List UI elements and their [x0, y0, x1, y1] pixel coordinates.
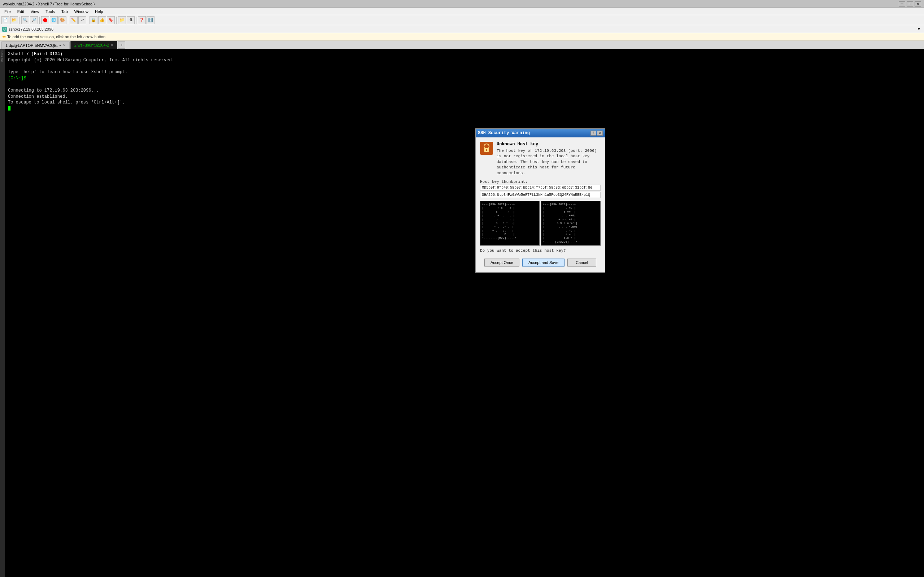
- toolbar-search[interactable]: 🔍: [21, 16, 29, 24]
- dialog-body: Unknown Host key The host key of 172.19.…: [476, 137, 605, 272]
- accept-and-save-button[interactable]: Accept and Save: [522, 259, 564, 266]
- toolbar-bookmark[interactable]: 🔖: [107, 16, 115, 24]
- menu-window[interactable]: Window: [71, 9, 91, 15]
- toolbar-new[interactable]: 📄: [2, 16, 10, 24]
- info-bar: ⬅ To add the current session, click on t…: [0, 33, 924, 40]
- title-bar-controls: ─ □ ✕: [899, 2, 921, 6]
- toolbar-sep3: [68, 16, 68, 24]
- menu-view[interactable]: View: [28, 9, 42, 15]
- dialog-header-text: Unknown Host key The host key of 172.19.…: [497, 142, 601, 176]
- dialog-heading: Unknown Host key: [497, 142, 601, 147]
- dialog-security-icon: [480, 142, 493, 155]
- toolbar-thumb-up[interactable]: 👍: [98, 16, 106, 24]
- toolbar-sep6: [136, 16, 136, 24]
- tab-bar: 1 djc@LAPTOP-5NMVACQE: ~ ✕ 2 wsl-ubuntu2…: [0, 40, 924, 49]
- menu-tools[interactable]: Tools: [43, 9, 58, 15]
- dialog-help-button[interactable]: ?: [591, 131, 596, 135]
- key-art-sha256: +---[RSA 3072]----+ | .+=E | | o == | | …: [541, 201, 601, 246]
- tab-2[interactable]: 2 wsl-ubuntu2204-2 ✕: [70, 41, 118, 49]
- dialog-titlebar: SSH Security Warning ? ✕: [476, 129, 605, 137]
- dialog-buttons: Accept Once Accept and Save Cancel: [480, 256, 601, 268]
- maximize-button[interactable]: □: [907, 2, 913, 6]
- window-title: wsl-ubuntu2204-2 - Xshell 7 (Free for Ho…: [3, 2, 95, 6]
- key-art-container: +---[RSA 3072]----+ | +.o o | | o . .+ |…: [480, 201, 601, 246]
- toolbar-open[interactable]: 📂: [10, 16, 18, 24]
- menu-file[interactable]: File: [2, 9, 14, 15]
- main-area: Sessions Xshell 7 (Build 0134) Copyright…: [0, 49, 924, 577]
- tab-1-label: 1 djc@LAPTOP-5NMVACQE: ~: [5, 43, 61, 48]
- toolbar-stop[interactable]: ⬤: [41, 16, 49, 24]
- title-bar: wsl-ubuntu2204-2 - Xshell 7 (Free for Ho…: [0, 0, 924, 8]
- toolbar: 📄 📂 🔍 🔎 ⬤ 🌐 🎨 ✏️ ⤢ 🔒 👍 🔖 📁 ⇅ ❓ ℹ️: [0, 15, 924, 25]
- toolbar-help[interactable]: ❓: [138, 16, 146, 24]
- tab-1-close[interactable]: ✕: [63, 43, 66, 47]
- toolbar-folder[interactable]: 📁: [118, 16, 126, 24]
- accept-once-button[interactable]: Accept Once: [485, 259, 519, 266]
- toolbar-sep1: [19, 16, 20, 24]
- toolbar-sep5: [116, 16, 116, 24]
- sidebar: Sessions: [0, 49, 5, 577]
- toolbar-sep4: [88, 16, 88, 24]
- md5-value: MD5:0f:9f:40:58:07:bb:14:f7:5f:58:3d:eb:…: [480, 185, 601, 191]
- terminal[interactable]: Xshell 7 (Build 0134) Copyright (c) 2020…: [5, 49, 924, 577]
- dialog-controls: ? ✕: [591, 131, 603, 135]
- ssh-security-dialog: SSH Security Warning ? ✕: [475, 128, 605, 272]
- toolbar-connect[interactable]: 🌐: [50, 16, 58, 24]
- menu-tab[interactable]: Tab: [58, 9, 71, 15]
- sidebar-sessions-label: Sessions: [0, 50, 3, 62]
- key-art-md5: +---[RSA 3072]----+ | +.o o | | o . .+ |…: [480, 201, 540, 246]
- fingerprint-section: Host key thumbprint: MD5:0f:9f:40:58:07:…: [480, 180, 601, 198]
- toolbar-info[interactable]: ℹ️: [147, 16, 155, 24]
- dialog-overlay: SSH Security Warning ? ✕: [5, 49, 924, 577]
- toolbar-lock[interactable]: 🔒: [89, 16, 97, 24]
- menu-edit[interactable]: Edit: [15, 9, 27, 15]
- cancel-button[interactable]: Cancel: [567, 259, 596, 266]
- toolbar-expand[interactable]: ⤢: [78, 16, 86, 24]
- toolbar-paint[interactable]: 🎨: [58, 16, 66, 24]
- menu-help[interactable]: Help: [92, 9, 106, 15]
- tab-add-button[interactable]: +: [118, 42, 125, 49]
- address-text: ssh://172.19.63.203:2096: [9, 27, 53, 31]
- menu-bar: File Edit View Tools Tab Window Help: [0, 8, 924, 15]
- dialog-close-button[interactable]: ✕: [597, 131, 603, 135]
- dialog-description: The host key of 172.19.63.203 (port: 209…: [497, 148, 601, 176]
- address-dropdown[interactable]: ▼: [916, 27, 922, 32]
- info-arrow-icon: ⬅: [2, 34, 6, 39]
- dialog-title: SSH Security Warning: [478, 131, 530, 135]
- tab-2-close[interactable]: ✕: [110, 43, 113, 47]
- toolbar-sep2: [39, 16, 40, 24]
- fingerprint-label: Host key thumbprint:: [480, 180, 601, 184]
- tab-2-label: 2 wsl-ubuntu2204-2: [74, 43, 109, 47]
- close-button[interactable]: ✕: [914, 2, 921, 6]
- sha256-value: SHA256:Utp34Fz0zWo5eRTFtL3kHn1a5Pqo3Q24R…: [480, 192, 601, 198]
- address-icon: ⬡: [2, 27, 7, 32]
- dialog-header: Unknown Host key The host key of 172.19.…: [480, 142, 601, 176]
- toolbar-compose[interactable]: ✏️: [69, 16, 78, 24]
- info-text: To add the current session, click on the…: [7, 35, 107, 39]
- address-bar: ⬡ ssh://172.19.63.203:2096 ▼: [0, 25, 924, 33]
- toolbar-find[interactable]: 🔎: [30, 16, 38, 24]
- dialog-question: Do you want to accept this host key?: [480, 248, 601, 253]
- toolbar-transfer[interactable]: ⇅: [127, 16, 135, 24]
- tab-1[interactable]: 1 djc@LAPTOP-5NMVACQE: ~ ✕: [2, 42, 69, 49]
- svg-rect-4: [486, 150, 487, 151]
- minimize-button[interactable]: ─: [899, 2, 905, 6]
